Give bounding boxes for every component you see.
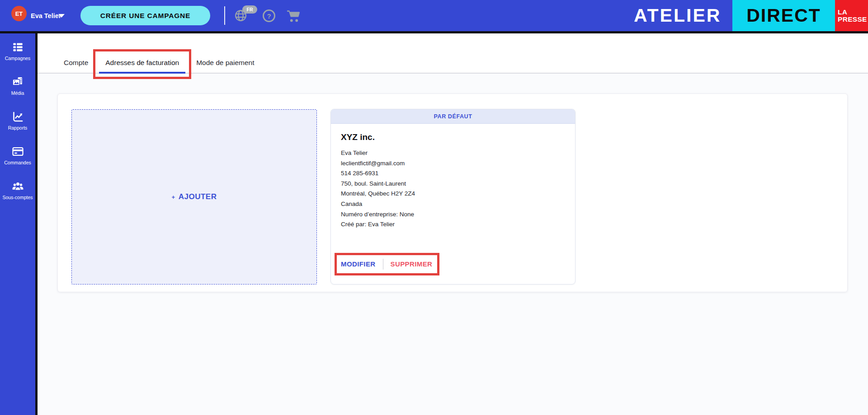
sidebar-nav: Campagnes Média Rapports [0, 33, 35, 215]
billing-address-card: PAR DÉFAUT XYZ inc. Eva Telier leclientf… [330, 109, 576, 284]
brand-lapresse-line1: LA [838, 9, 868, 16]
add-address-label: AJOUTER [179, 192, 217, 201]
media-image-icon [12, 76, 24, 88]
create-campaign-button[interactable]: CRÉER UNE CAMPAGNE [80, 6, 210, 25]
add-address-button[interactable]: + AJOUTER [71, 109, 317, 284]
reports-chart-icon [12, 111, 24, 123]
tab-bar: Compte Adresses de facturation Mode de p… [38, 33, 868, 74]
avatar-initials: ET [15, 10, 23, 17]
chevron-down-icon[interactable] [58, 14, 65, 18]
brand-lapresse-logo: LA PRESSE [835, 0, 868, 31]
subaccounts-users-icon [12, 180, 24, 192]
campaigns-grid-icon [12, 41, 24, 53]
top-bar: ET Eva Telier CRÉER UNE CAMPAGNE FR ? AT… [0, 0, 868, 31]
contact-phone: 514 285-6931 [341, 168, 565, 179]
sidebar-item-label: Campagnes [5, 56, 31, 61]
sidebar-item-label: Commandes [4, 160, 31, 165]
brand-lapresse-line2: PRESSE [838, 16, 868, 23]
help-glyph: ? [267, 12, 271, 20]
tab-adresses-de-facturation[interactable]: Adresses de facturation [99, 58, 185, 73]
tab-label: Adresses de facturation [105, 59, 179, 66]
address-details: XYZ inc. Eva Telier leclientfictif@gmail… [331, 124, 575, 270]
default-badge: PAR DÉFAUT [331, 109, 575, 124]
orders-card-icon [12, 145, 24, 158]
modify-button[interactable]: MODIFIER [341, 260, 376, 268]
main-content: Compte Adresses de facturation Mode de p… [38, 33, 868, 415]
user-menu-name[interactable]: Eva Telier [31, 0, 61, 31]
plus-icon: + [172, 194, 175, 201]
sidebar-item-campagnes[interactable]: Campagnes [0, 41, 35, 76]
tab-compte[interactable]: Compte [57, 58, 94, 73]
city-province-postal: Montréal, Québec H2Y 2Z4 [341, 189, 565, 199]
sidebar-item-media[interactable]: Média [0, 76, 35, 111]
brand-atelier: ATELIER [634, 0, 721, 31]
country: Canada [341, 199, 565, 210]
delete-button[interactable]: SUPPRIMER [391, 260, 433, 268]
sidebar-item-rapports[interactable]: Rapports [0, 111, 35, 145]
billing-addresses-panel: + AJOUTER PAR DÉFAUT XYZ inc. Eva Telier… [57, 93, 848, 292]
tab-mode-de-paiement[interactable]: Mode de paiement [190, 58, 260, 73]
sidebar-item-commandes[interactable]: Commandes [0, 145, 35, 180]
sidebar-item-label: Média [11, 90, 24, 96]
business-number: Numéro d’entreprise: None [341, 210, 565, 220]
avatar[interactable]: ET [11, 6, 27, 21]
sidebar-item-sous-comptes[interactable]: Sous-comptes [0, 180, 35, 215]
address-actions: MODIFIER SUPPRIMER [341, 259, 432, 270]
language-badge[interactable]: FR [242, 5, 257, 14]
sidebar-item-label: Sous-comptes [2, 195, 33, 200]
brand-direct: DIRECT [732, 0, 835, 31]
street-address: 750, boul. Saint-Laurent [341, 179, 565, 189]
contact-email: leclientfictif@gmail.com [341, 159, 565, 169]
cart-icon[interactable] [286, 9, 301, 23]
created-by: Créé par: Eva Telier [341, 219, 565, 230]
help-icon[interactable]: ? [263, 9, 275, 22]
company-name: XYZ inc. [341, 132, 565, 142]
sidebar: Campagnes Média Rapports [0, 33, 38, 415]
contact-name: Eva Telier [341, 148, 565, 159]
actions-divider [383, 259, 383, 270]
topbar-divider [224, 6, 225, 25]
sidebar-item-label: Rapports [8, 125, 28, 131]
